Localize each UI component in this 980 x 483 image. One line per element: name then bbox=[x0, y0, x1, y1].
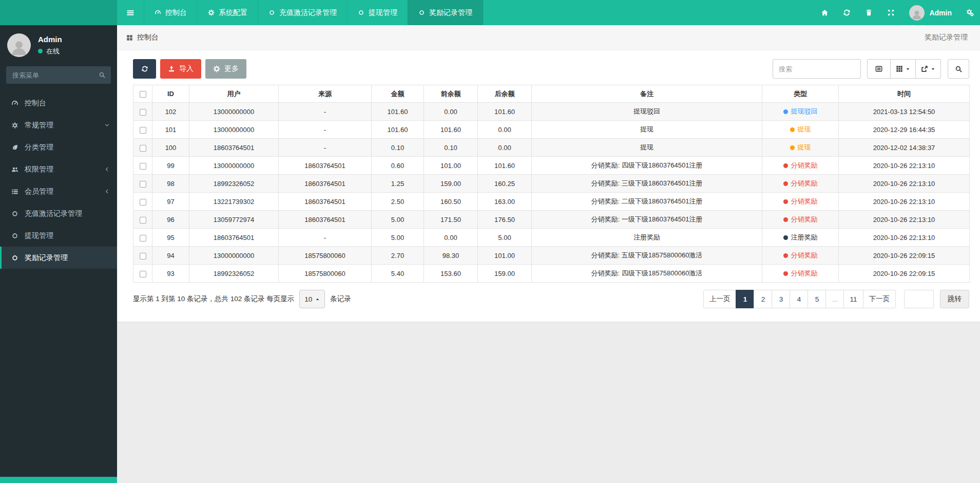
type-dot-icon bbox=[783, 163, 788, 168]
more-button[interactable]: 更多 bbox=[205, 59, 246, 79]
view-button-group bbox=[867, 59, 941, 79]
page-item-3[interactable]: 3 bbox=[772, 290, 790, 308]
breadcrumb[interactable]: 控制台 bbox=[126, 33, 159, 42]
page-size-dropdown[interactable]: 10 bbox=[299, 290, 325, 308]
sidebar-item-6[interactable]: 提现管理 bbox=[0, 225, 117, 247]
view-button-0[interactable] bbox=[867, 59, 891, 79]
navbar-tab-4[interactable]: 奖励记录管理 bbox=[408, 0, 483, 25]
page-item-下一页[interactable]: 下一页 bbox=[863, 290, 896, 308]
cell-before: 0.00 bbox=[424, 103, 478, 121]
column-header-3[interactable]: 金额 bbox=[372, 85, 424, 103]
cell-id: 101 bbox=[152, 121, 189, 139]
column-header-7[interactable]: 类型 bbox=[762, 85, 839, 103]
cell-type: 分销奖励 bbox=[762, 193, 839, 211]
sidebar-toggle-button[interactable] bbox=[117, 0, 144, 25]
cell-remark: 分销奖励: 四级下级18575800060激活 bbox=[532, 265, 762, 283]
cell-user: 13221739302 bbox=[189, 193, 279, 211]
search-button[interactable] bbox=[948, 59, 969, 79]
trash-icon[interactable] bbox=[865, 9, 873, 16]
table-search-input[interactable] bbox=[773, 59, 861, 79]
cell-amount: 5.00 bbox=[372, 211, 424, 229]
sidebar-item-1[interactable]: 常规管理 bbox=[0, 114, 117, 136]
select-all-checkbox[interactable] bbox=[140, 91, 146, 98]
column-header-0[interactable]: ID bbox=[152, 85, 189, 103]
cell-before: 0.10 bbox=[424, 139, 478, 157]
type-dot-icon bbox=[790, 145, 795, 150]
cell-amount: 101.60 bbox=[372, 103, 424, 121]
navbar-tab-0[interactable]: 控制台 bbox=[144, 0, 197, 25]
cell-user: 18992326052 bbox=[189, 265, 279, 283]
cell-type: 注册奖励 bbox=[762, 229, 839, 247]
row-checkbox[interactable] bbox=[140, 127, 146, 134]
jump-page-input[interactable] bbox=[904, 290, 934, 308]
row-checkbox[interactable] bbox=[140, 199, 146, 206]
view-button-2[interactable] bbox=[915, 59, 941, 79]
row-checkbox[interactable] bbox=[140, 145, 146, 152]
expand-icon[interactable] bbox=[887, 9, 895, 16]
page-item-上一页[interactable]: 上一页 bbox=[703, 290, 737, 308]
records-summary: 显示第 1 到第 10 条记录，总共 102 条记录 每页显示 10 条记录 bbox=[133, 290, 351, 308]
import-button[interactable]: 导入 bbox=[160, 59, 201, 79]
page-item-1[interactable]: 1 bbox=[736, 290, 754, 308]
column-header-6[interactable]: 备注 bbox=[532, 85, 762, 103]
sidebar-menu: 控制台常规管理分类管理权限管理会员管理充值激活记录管理提现管理奖励记录管理 bbox=[0, 90, 117, 269]
navbar-tab-2[interactable]: 充值激活记录管理 bbox=[258, 0, 347, 25]
refresh-icon[interactable] bbox=[843, 9, 851, 16]
page-item-11[interactable]: 11 bbox=[843, 290, 863, 308]
refresh-button[interactable] bbox=[133, 59, 156, 79]
sidebar-item-5[interactable]: 充值激活记录管理 bbox=[0, 202, 117, 225]
gears-icon[interactable] bbox=[966, 9, 974, 16]
sidebar-search-input[interactable] bbox=[6, 66, 111, 84]
sidebar-item-0[interactable]: 控制台 bbox=[0, 92, 117, 114]
sidebar-item-label: 奖励记录管理 bbox=[25, 253, 68, 263]
row-checkbox[interactable] bbox=[140, 217, 146, 224]
row-checkbox[interactable] bbox=[140, 163, 146, 170]
cell-id: 96 bbox=[152, 211, 189, 229]
content-panel: 导入 更多 bbox=[117, 50, 980, 322]
cell-time: 2020-10-26 22:09:15 bbox=[839, 265, 970, 283]
cell-type: 分销奖励 bbox=[762, 175, 839, 193]
cell-after: 0.00 bbox=[478, 139, 532, 157]
cell-time: 2020-10-26 22:13:10 bbox=[839, 229, 970, 247]
row-checkbox[interactable] bbox=[140, 271, 146, 277]
cell-time: 2020-10-26 22:13:10 bbox=[839, 157, 970, 175]
row-checkbox[interactable] bbox=[140, 235, 146, 242]
sidebar-item-label: 分类管理 bbox=[25, 143, 53, 152]
column-header-5[interactable]: 后余额 bbox=[478, 85, 532, 103]
navbar-user-name: Admin bbox=[929, 9, 952, 17]
sidebar-item-4[interactable]: 会员管理 bbox=[0, 180, 117, 202]
view-button-1[interactable] bbox=[890, 59, 916, 79]
cell-amount: 0.60 bbox=[372, 157, 424, 175]
navbar-tab-label: 奖励记录管理 bbox=[429, 8, 472, 17]
row-checkbox[interactable] bbox=[140, 109, 146, 116]
user-status[interactable]: 在线 bbox=[38, 47, 62, 56]
column-header-1[interactable]: 用户 bbox=[189, 85, 279, 103]
sidebar-item-7[interactable]: 奖励记录管理 bbox=[0, 247, 117, 269]
type-label: 分销奖励 bbox=[791, 251, 818, 259]
search-icon[interactable] bbox=[99, 71, 106, 79]
home-icon[interactable] bbox=[821, 9, 829, 16]
sidebar-item-3[interactable]: 权限管理 bbox=[0, 158, 117, 180]
column-header-8[interactable]: 时间 bbox=[839, 85, 970, 103]
navbar-tab-3[interactable]: 提现管理 bbox=[347, 0, 408, 25]
navbar-tab-label: 控制台 bbox=[165, 8, 187, 17]
row-checkbox[interactable] bbox=[140, 253, 146, 259]
page-item-4[interactable]: 4 bbox=[790, 290, 808, 308]
column-header-4[interactable]: 前余额 bbox=[424, 85, 478, 103]
sidebar-item-label: 权限管理 bbox=[25, 165, 53, 174]
row-select-cell bbox=[133, 193, 152, 211]
cell-remark: 分销奖励: 五级下级18575800060激活 bbox=[532, 247, 762, 265]
page-item-2[interactable]: 2 bbox=[754, 290, 772, 308]
column-header-2[interactable]: 来源 bbox=[279, 85, 372, 103]
page-item-5[interactable]: 5 bbox=[808, 290, 826, 308]
cell-id: 98 bbox=[152, 175, 189, 193]
navbar-user[interactable]: Admin bbox=[909, 5, 952, 21]
leaf-icon bbox=[10, 144, 19, 151]
bars-icon bbox=[126, 9, 134, 17]
cell-time: 2020-10-26 22:13:10 bbox=[839, 175, 970, 193]
jump-button[interactable]: 跳转 bbox=[940, 290, 969, 308]
navbar-tab-1[interactable]: 系统配置 bbox=[197, 0, 258, 25]
row-checkbox[interactable] bbox=[140, 181, 146, 188]
sidebar-item-2[interactable]: 分类管理 bbox=[0, 136, 117, 158]
page-size-value: 10 bbox=[304, 295, 312, 303]
